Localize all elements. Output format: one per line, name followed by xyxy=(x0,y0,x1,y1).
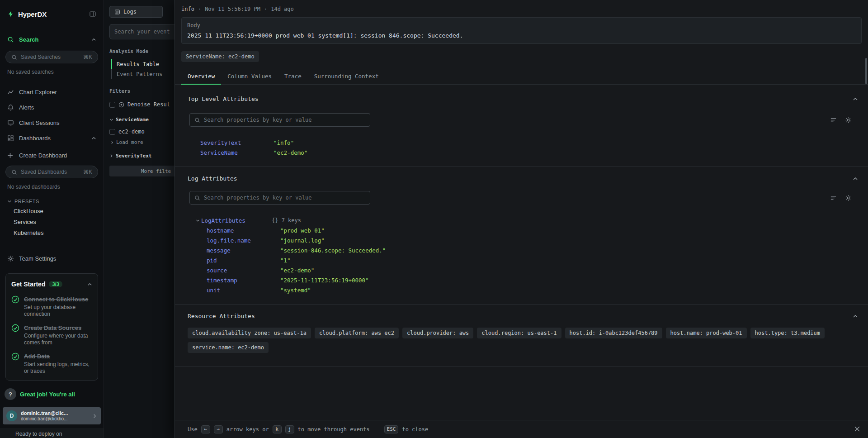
saved-searches-input[interactable]: Saved Searches ⌘K xyxy=(5,51,98,63)
scrollbar-thumb[interactable] xyxy=(865,58,867,84)
sidebar-item-alerts[interactable]: Alerts xyxy=(0,100,104,115)
saved-dashboards-placeholder: Saved Dashboards xyxy=(21,169,80,175)
column-settings-icon[interactable] xyxy=(830,195,837,201)
facet-servicename[interactable]: ServiceName xyxy=(109,116,175,123)
collapse-section-icon[interactable] xyxy=(853,176,858,181)
plus-icon xyxy=(7,152,14,158)
mode-event-patterns[interactable]: Event Patterns xyxy=(111,69,175,79)
checkbox[interactable] xyxy=(109,129,115,135)
sidebar-item-search[interactable]: Search xyxy=(0,32,104,47)
attribute-key: SeverityText xyxy=(200,139,274,146)
attribute-row[interactable]: unit "systemd" xyxy=(181,285,862,295)
facet-severitytext[interactable]: SeverityText xyxy=(109,152,175,159)
property-search-input[interactable] xyxy=(204,117,365,123)
resource-chips: cloud.availability_zone: us-east-1a clou… xyxy=(181,328,862,353)
sidebar-item-team-settings[interactable]: Team Settings xyxy=(0,251,104,266)
sidebar-item-chart-explorer[interactable]: Chart Explorer xyxy=(0,84,104,100)
sidebar-item-client-sessions[interactable]: Client Sessions xyxy=(0,115,104,130)
deploy-note: Ready to deploy on xyxy=(0,428,104,438)
checkbox[interactable] xyxy=(109,102,115,108)
attribute-row[interactable]: ServiceName "ec2-demo" xyxy=(181,148,862,157)
get-started-item[interactable]: Add Data Start sending logs, metrics, or… xyxy=(11,352,92,375)
attribute-key: hostname xyxy=(207,227,280,234)
load-more-button[interactable]: Load more xyxy=(110,139,175,145)
resource-chip[interactable]: service.name: ec2-demo xyxy=(188,342,269,353)
log-attributes-tree-root[interactable]: LogAttributes {} 7 keys xyxy=(181,215,862,225)
sidebar-collapse-icon[interactable] xyxy=(89,10,96,18)
attribute-key: pid xyxy=(207,257,280,264)
resource-chip[interactable]: host.id: i-0abc123def456789 xyxy=(565,328,662,338)
create-dashboard-button[interactable]: Create Dashboard xyxy=(0,148,104,162)
event-relative-time: 14d ago xyxy=(271,6,294,12)
attribute-row[interactable]: SeverityText "info" xyxy=(181,138,862,148)
get-started-item[interactable]: Connect to ClickHouse Set up your databa… xyxy=(11,295,92,318)
denoise-toggle[interactable]: Denoise Resul xyxy=(109,100,175,109)
property-search-input[interactable] xyxy=(204,195,365,201)
resource-chip[interactable]: host.type: t3.medium xyxy=(750,328,825,338)
attribute-row[interactable]: message "session-846.scope: Succeeded." xyxy=(181,245,862,255)
search-icon xyxy=(11,169,17,175)
collapse-section-icon[interactable] xyxy=(853,314,858,319)
attribute-row[interactable]: log.file.name "journal.log" xyxy=(181,235,862,245)
logo-row: HyperDX xyxy=(0,0,104,21)
resource-chip[interactable]: host.name: prod-web-01 xyxy=(666,328,747,338)
chevron-down-icon xyxy=(7,199,12,204)
mode-label: Results Table xyxy=(117,61,159,67)
tab-overview[interactable]: Overview xyxy=(181,68,221,84)
resource-chip[interactable]: cloud.platform: aws_ec2 xyxy=(315,328,399,338)
j-key: j xyxy=(285,425,294,433)
event-body-card: Body 2025-11-11T23:56:19+0000 prod-web-0… xyxy=(181,17,862,44)
resource-chip[interactable]: cloud.provider: aws xyxy=(402,328,473,338)
collapse-section-icon[interactable] xyxy=(853,96,858,102)
get-started-item-title: Connect to ClickHouse xyxy=(24,296,88,303)
attribute-row[interactable]: hostname "prod-web-01" xyxy=(181,225,862,235)
saved-dashboards-input[interactable]: Saved Dashboards ⌘K xyxy=(5,166,98,178)
attribute-row[interactable]: pid "1" xyxy=(181,255,862,265)
get-started-item[interactable]: Create Data Sources Configure where your… xyxy=(11,324,92,346)
chevron-right-icon xyxy=(110,141,114,144)
tab-trace[interactable]: Trace xyxy=(278,68,308,84)
sidebar-item-label: Chart Explorer xyxy=(19,89,57,95)
section-title: Top Level Attributes xyxy=(188,95,853,102)
get-started-header[interactable]: Get Started 3/3 xyxy=(11,279,92,289)
attribute-row[interactable]: source "ec2-demo" xyxy=(181,265,862,275)
preset-item-kubernetes[interactable]: Kubernetes xyxy=(0,227,104,238)
attribute-key: message xyxy=(207,247,280,254)
attribute-row[interactable]: timestamp "2025-11-11T23:56:19+0000" xyxy=(181,275,862,285)
facet-value-ec2-demo[interactable]: ec2-demo xyxy=(109,127,175,136)
tab-column-values[interactable]: Column Values xyxy=(221,68,278,84)
event-meta-row: info · Nov 11 5:56:19 PM · 14d ago xyxy=(181,0,862,14)
preset-item-services[interactable]: Services xyxy=(0,216,104,227)
check-circle-icon xyxy=(11,324,19,346)
more-filters-label: More filte xyxy=(141,168,171,174)
resource-chip[interactable]: cloud.region: us-east-1 xyxy=(477,328,561,338)
footer-close-text: to close xyxy=(402,426,428,433)
right-arrow-key: → xyxy=(214,425,223,433)
get-started-card: Get Started 3/3 Connect to ClickHouse Se… xyxy=(5,273,98,381)
attribute-value: "session-846.scope: Succeeded." xyxy=(280,247,386,254)
attribute-key: unit xyxy=(207,287,280,294)
sidebar-item-label: Alerts xyxy=(19,104,34,111)
source-selector-button[interactable]: Logs xyxy=(109,6,163,18)
attribute-value: "journal.log" xyxy=(280,237,325,244)
drawer-footer: Use ← → arrow keys or k j to move throug… xyxy=(175,420,868,438)
gear-icon[interactable] xyxy=(845,195,852,201)
help-button[interactable]: ? xyxy=(5,388,16,400)
mode-results-table[interactable]: Results Table xyxy=(111,59,175,69)
close-icon[interactable] xyxy=(854,425,861,433)
resource-chip[interactable]: cloud.availability_zone: us-east-1a xyxy=(188,328,311,338)
sidebar-item-label: Search xyxy=(19,36,38,43)
user-menu[interactable]: D dominic.tran@clic... dominic.tran@clic… xyxy=(3,407,101,424)
tab-surrounding-context[interactable]: Surrounding Context xyxy=(308,68,385,84)
service-name-chip[interactable]: ServiceName: ec2-demo xyxy=(181,51,259,62)
user-name: dominic.tran@clic... xyxy=(21,410,89,416)
preset-item-clickhouse[interactable]: ClickHouse xyxy=(0,205,104,216)
no-saved-searches-text: No saved searches xyxy=(7,69,96,76)
column-settings-icon[interactable] xyxy=(830,117,837,124)
property-search-box xyxy=(189,113,370,127)
load-more-label: Load more xyxy=(116,139,143,145)
sidebar-item-dashboards[interactable]: Dashboards xyxy=(0,130,104,146)
presets-toggle[interactable]: PRESETS xyxy=(7,197,96,205)
gear-icon[interactable] xyxy=(845,117,852,124)
avatar: D xyxy=(6,410,17,421)
